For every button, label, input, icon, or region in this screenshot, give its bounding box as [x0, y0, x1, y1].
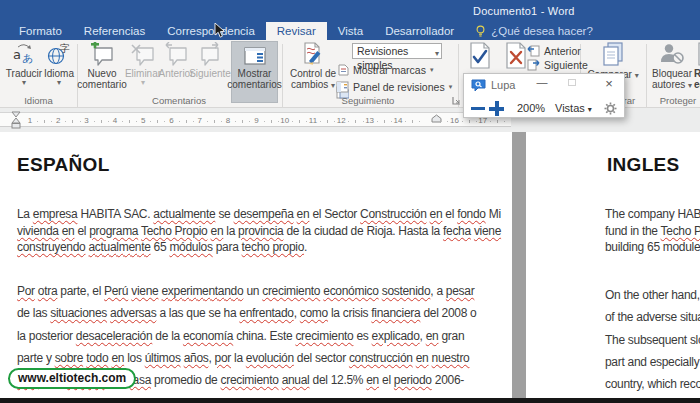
tab-formato[interactable]: Formato [8, 22, 73, 40]
tab-revisar[interactable]: Revisar [266, 22, 327, 40]
next-change-button[interactable]: Siguiente [527, 59, 588, 71]
reviewing-pane-icon [336, 81, 349, 93]
indent-markers[interactable] [10, 111, 22, 130]
popup-title: Lupa [491, 79, 515, 91]
ruler-dot [419, 121, 420, 122]
show-comments-label-1: Mostrar [238, 68, 272, 79]
zoom-in-button[interactable] [489, 107, 504, 111]
misspelled-word: en [366, 373, 379, 387]
ruler-dot [80, 121, 81, 122]
ruler-dot [221, 121, 222, 122]
new-comment-label-1: Nuevo [88, 68, 117, 79]
ruler-tick [44, 120, 45, 123]
ruler-dot [447, 121, 448, 122]
misspelled-word: desempeña [234, 207, 294, 221]
globe-language-icon: 字 [46, 42, 72, 68]
ruler-number: 2 [53, 116, 63, 125]
next-comment-button[interactable]: Siguiente [192, 42, 228, 79]
ruler-dot [278, 121, 279, 122]
previous-change-button[interactable]: Anterior [527, 45, 581, 57]
misspelled-word: experimentando [162, 284, 244, 298]
track-changes-button[interactable]: Control de cambios ▾ [292, 42, 334, 90]
display-for-review-combobox[interactable]: Revisiones simples ▾ [352, 43, 442, 59]
ruler-number: 14 [393, 116, 403, 125]
show-markup-icon [338, 64, 349, 76]
misspelled-word: pesar [446, 284, 475, 298]
dialog-launcher-icon[interactable] [452, 96, 461, 105]
show-comments-button[interactable]: Mostrar comentarios [231, 41, 278, 103]
misspelled-word: economía [183, 329, 233, 343]
reviewing-pane-button[interactable]: Panel de revisiones ▾ [336, 81, 452, 93]
new-comment-button[interactable]: Nuevo comentario [80, 42, 124, 90]
chevron-down-icon: ▾ [449, 83, 453, 91]
ruler-dot [320, 121, 321, 122]
misspelled-word: sobre [55, 351, 84, 365]
text-line: part and especially in [605, 351, 700, 373]
zoom-out-button[interactable] [471, 107, 485, 110]
close-icon[interactable]: × [601, 76, 617, 91]
misspelled-word: provincia [238, 224, 283, 238]
compare-icon [599, 42, 627, 69]
reject-x-icon [503, 42, 529, 70]
tab-referencias[interactable]: Referencias [73, 22, 156, 40]
group-label-comentarios: Comentarios [78, 95, 280, 106]
ruler-tick [186, 120, 187, 123]
misspelled-word: crecimiento [295, 329, 353, 343]
new-comment-icon [87, 42, 117, 68]
ruler-dot [264, 121, 265, 122]
misspelled-word: Por [17, 284, 35, 298]
gear-icon[interactable] [604, 102, 617, 115]
misspelled-word: construcción [349, 351, 413, 365]
track-changes-icon [300, 42, 326, 68]
heading-ingles: INGLES [607, 154, 680, 176]
chevron-down-icon: ▾ [588, 105, 592, 114]
document-page-left[interactable]: ESPAÑOL La empresa HABITA SAC. actualmen… [0, 132, 512, 398]
misspelled-word: crecimiento [262, 284, 320, 298]
ruler-number: 10 [280, 116, 290, 125]
text-line: building 65 modules f [605, 239, 700, 256]
tab-desarrollador[interactable]: Desarrollador [374, 22, 465, 40]
chevron-down-icon: ▾ [430, 66, 434, 74]
ruler-number: 13 [365, 116, 375, 125]
text-line: The company HABITA [605, 206, 700, 223]
chevron-down-icon: ▾ [635, 71, 639, 80]
group-label-proteger: Proteger [650, 95, 700, 106]
show-markup-button[interactable]: Mostrar marcas ▾ [338, 64, 433, 76]
previous-change-label: Anterior [544, 45, 581, 57]
language-button[interactable]: 字 Idioma ▾ [42, 42, 76, 87]
ruler-dot [391, 121, 392, 122]
ruler-dot [363, 121, 364, 122]
maximize-button [568, 79, 576, 86]
restrict-editing-label-1: Restringir [694, 68, 700, 79]
views-dropdown[interactable]: Vistas ▾ [555, 102, 592, 114]
tabs-container: FormatoReferenciasCorrespondenciaRevisar… [8, 22, 465, 40]
ruler-dot [348, 121, 349, 122]
previous-comment-button[interactable]: Anterior [160, 42, 192, 79]
ruler-tick [271, 120, 272, 123]
delete-comment-button[interactable]: Eliminar ▾ [126, 42, 160, 87]
misspelled-word: fecha [443, 224, 471, 238]
misspelled-word: Techo Propio [141, 224, 207, 238]
text-line: vivienda en el programa Techo Propio en … [17, 223, 501, 240]
ruler-tick [72, 120, 73, 123]
accept-change-button[interactable] [464, 42, 496, 70]
tab-vista[interactable]: Vista [327, 22, 374, 40]
watermark-badge: www.eltiotech.com [8, 368, 136, 389]
text-line: Por otra parte, el Perú viene experiment… [17, 280, 476, 302]
restrict-editing-label-2: edición [694, 79, 700, 90]
misspelled-word: situaciones [50, 306, 107, 320]
document-page-right[interactable]: INGLES The company HABITAfund in the Tec… [526, 132, 700, 398]
translate-button[interactable]: a あ Traducir ▾ [6, 42, 42, 87]
block-authors-button[interactable]: Bloquear autores ▾ [650, 42, 694, 90]
tell-me-box[interactable]: ¿Qué desea hacer? [465, 22, 603, 40]
misspelled-word: techo propio [242, 240, 304, 254]
show-markup-label: Mostrar marcas [353, 64, 426, 76]
text-line: The subsequent slow [605, 329, 700, 351]
magnifier-comment-icon [471, 79, 487, 92]
minimize-button[interactable]: — [534, 76, 550, 88]
restrict-editing-button[interactable]: Restringir edición [694, 42, 700, 90]
block-authors-label-2: autores ▾ [652, 79, 692, 90]
tab-correspondencia[interactable]: Correspondencia [156, 22, 266, 40]
misspelled-word: años [184, 351, 209, 365]
ruler-dot [292, 121, 293, 122]
